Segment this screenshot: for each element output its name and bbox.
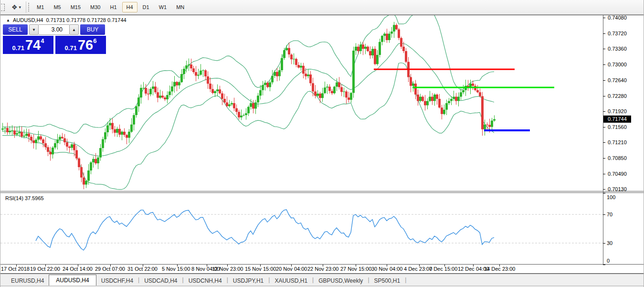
sell-price-big: 74 bbox=[25, 37, 41, 53]
svg-text:22 Nov 23:00: 22 Nov 23:00 bbox=[307, 266, 338, 272]
axis-line bbox=[603, 15, 603, 264]
pane-border bbox=[0, 15, 644, 15]
svg-text:0.72280: 0.72280 bbox=[608, 93, 627, 99]
resistance-green-line[interactable] bbox=[412, 87, 554, 88]
one-click-trading-panel: SELL ▼ ▲ BUY 0.71 74 4 0.71 76 6 bbox=[3, 24, 106, 54]
pane-border bbox=[0, 264, 644, 265]
svg-text:70: 70 bbox=[607, 212, 612, 217]
svg-text:0.71560: 0.71560 bbox=[608, 124, 627, 130]
svg-text:19 Oct 22:00: 19 Oct 22:00 bbox=[30, 266, 60, 272]
chart-tab-bar: EURUSD,H4AUDUSD,H4USDCHF,H4|USDCAD,H4|US… bbox=[0, 274, 644, 287]
symbol-label: AUDUSD,H4 bbox=[13, 17, 43, 23]
buy-button[interactable]: BUY bbox=[80, 24, 105, 35]
svg-text:0.71744: 0.71744 bbox=[608, 116, 627, 122]
chart-title: ▲ AUDUSD,H4 0.71731 0.71778 0.71728 0.71… bbox=[6, 17, 127, 23]
chart-tab-usdchf-h4[interactable]: USDCHF,H4 bbox=[96, 276, 138, 286]
chart-tab-usdcnh-h4[interactable]: USDCNH,H4 bbox=[184, 276, 227, 286]
rsi-axis: 10070300 bbox=[603, 193, 615, 265]
collapse-arrow-icon[interactable]: ▲ bbox=[6, 18, 10, 22]
rsi-pane[interactable] bbox=[0, 210, 603, 250]
buy-price-sup: 6 bbox=[93, 37, 96, 44]
svg-text:0.72640: 0.72640 bbox=[608, 77, 627, 83]
chart-tab-xauusd-h1[interactable]: XAUUSD,H1 bbox=[270, 276, 312, 286]
lot-decrease-button[interactable]: ▼ bbox=[29, 24, 39, 35]
rsi-indicator-label: RSI(14) 37.5965 bbox=[5, 195, 44, 201]
buy-price-box[interactable]: 0.71 76 6 bbox=[55, 36, 106, 54]
svg-text:0.71210: 0.71210 bbox=[608, 139, 627, 145]
svg-text:31 Oct 22:00: 31 Oct 22:00 bbox=[127, 266, 158, 272]
sell-button[interactable]: SELL bbox=[3, 24, 28, 35]
resistance-red-line[interactable] bbox=[374, 69, 515, 70]
support-blue-line[interactable] bbox=[484, 129, 530, 131]
svg-text:0.70130: 0.70130 bbox=[608, 186, 627, 192]
chart-tab-eurusd-h4[interactable]: EURUSD,H4 bbox=[6, 276, 49, 286]
mt4-window: ❖ ▾ M1M5M15M30H1H4D1W1MN 0.740800.737200… bbox=[0, 0, 644, 287]
time-axis: 17 Oct 201819 Oct 22:0024 Oct 14:0029 Oc… bbox=[1, 265, 515, 272]
svg-text:0.73360: 0.73360 bbox=[608, 46, 627, 52]
sell-price-sup: 4 bbox=[41, 37, 44, 44]
svg-text:0.71920: 0.71920 bbox=[608, 108, 627, 114]
svg-text:27 Nov 15:00: 27 Nov 15:00 bbox=[340, 266, 371, 272]
svg-text:24 Oct 14:00: 24 Oct 14:00 bbox=[63, 266, 93, 272]
svg-text:7 Dec 15:00: 7 Dec 15:00 bbox=[429, 266, 457, 272]
svg-text:4 Dec 23:00: 4 Dec 23:00 bbox=[404, 266, 432, 272]
current-price-tag: 0.71744 bbox=[603, 116, 631, 123]
svg-text:14 Dec 23:00: 14 Dec 23:00 bbox=[484, 266, 515, 272]
svg-text:0.70850: 0.70850 bbox=[608, 155, 627, 161]
svg-text:30: 30 bbox=[607, 240, 612, 246]
tab-divider: | bbox=[405, 276, 406, 283]
sell-price-prefix: 0.71 bbox=[12, 44, 24, 52]
svg-text:30 Nov 04:00: 30 Nov 04:00 bbox=[371, 266, 402, 272]
svg-text:0.70490: 0.70490 bbox=[608, 171, 627, 177]
svg-text:5 Nov 15:00: 5 Nov 15:00 bbox=[162, 266, 190, 272]
svg-text:29 Oct 07:00: 29 Oct 07:00 bbox=[95, 266, 125, 272]
pane-border bbox=[0, 191, 644, 191]
chart-tab-usdjpy-h1[interactable]: USDJPY,H1 bbox=[228, 276, 268, 286]
svg-text:0.73720: 0.73720 bbox=[608, 31, 627, 36]
pane-border bbox=[0, 192, 644, 193]
chart-tab-gbpusd-weekly[interactable]: GBPUSD,Weekly bbox=[314, 276, 368, 286]
lot-increase-button[interactable]: ▲ bbox=[69, 24, 79, 35]
svg-text:20 Nov 04:00: 20 Nov 04:00 bbox=[276, 266, 307, 272]
rsi-line bbox=[36, 210, 494, 250]
buy-price-prefix: 0.71 bbox=[65, 44, 77, 52]
chart-tab-sp500-h1[interactable]: SP500,H1 bbox=[370, 276, 405, 286]
ohlc-values: 0.71731 0.71778 0.71728 0.71744 bbox=[46, 17, 127, 23]
svg-text:17 Oct 2018: 17 Oct 2018 bbox=[1, 266, 30, 272]
lot-size-input[interactable] bbox=[39, 24, 69, 35]
chart-tab-usdcad-h4[interactable]: USDCAD,H4 bbox=[139, 276, 182, 286]
svg-text:0.74080: 0.74080 bbox=[608, 15, 627, 21]
svg-text:100: 100 bbox=[607, 194, 615, 200]
buy-price-big: 76 bbox=[78, 37, 93, 53]
chart-tab-audusd-h4[interactable]: AUDUSD,H4 bbox=[49, 275, 96, 286]
svg-text:0.73000: 0.73000 bbox=[608, 62, 627, 67]
svg-text:15 Nov 15:00: 15 Nov 15:00 bbox=[245, 266, 276, 272]
sell-price-box[interactable]: 0.71 74 4 bbox=[3, 36, 53, 54]
price-axis: 0.740800.737200.733600.730000.726400.722… bbox=[603, 15, 627, 192]
svg-text:0: 0 bbox=[607, 258, 610, 264]
svg-text:12 Nov 23:00: 12 Nov 23:00 bbox=[212, 266, 243, 272]
